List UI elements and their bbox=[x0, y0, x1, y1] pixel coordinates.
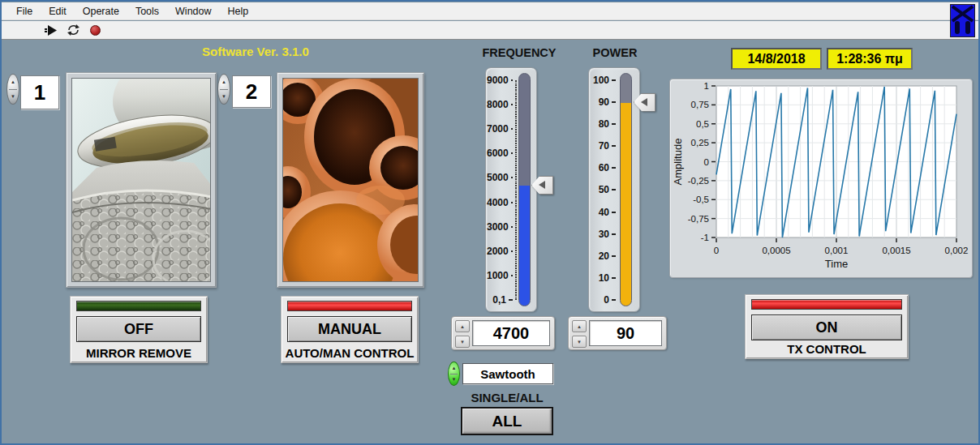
silver-vase-image bbox=[71, 78, 211, 282]
waveform-chart: 10,750,50,250-0,25-0,5-0,75-100,00050,00… bbox=[669, 79, 973, 278]
scale-tick-label: 8000 bbox=[487, 99, 513, 110]
svg-text:0,0015: 0,0015 bbox=[882, 246, 910, 255]
menu-bar: FileEditOperateToolsWindowHelp bbox=[2, 2, 978, 20]
menu-item-tools[interactable]: Tools bbox=[127, 3, 167, 19]
scale-tick-label: 6000 bbox=[487, 148, 513, 159]
svg-text:0,001: 0,001 bbox=[825, 246, 849, 255]
mirror-remove-led bbox=[76, 301, 201, 311]
single-all-label: SINGLE/ALL bbox=[458, 391, 556, 404]
svg-text:0,5: 0,5 bbox=[696, 119, 709, 129]
labview-front-panel: FileEditOperateToolsWindowHelp bbox=[0, 0, 980, 445]
svg-text:0,0005: 0,0005 bbox=[762, 246, 790, 255]
frequency-minor-ticks bbox=[515, 80, 517, 300]
scale-tick-label: 5000 bbox=[487, 172, 513, 183]
mirror2-image-display bbox=[277, 72, 424, 288]
mirror2-value-field[interactable]: 2 bbox=[232, 75, 271, 108]
svg-text:-1: -1 bbox=[701, 233, 709, 242]
frequency-increment-button[interactable]: ▲ bbox=[455, 320, 470, 332]
waveform-spinner[interactable]: ▲▼ bbox=[448, 362, 460, 386]
software-version-label: Software Ver. 3.1.0 bbox=[202, 45, 309, 58]
svg-text:0,002: 0,002 bbox=[945, 246, 969, 255]
mirror1-image-display bbox=[66, 72, 217, 288]
svg-text:-0,5: -0,5 bbox=[693, 195, 709, 204]
scale-tick-label: 1000 bbox=[487, 270, 513, 281]
power-slider-handle[interactable] bbox=[634, 93, 655, 112]
run-continuous-icon[interactable] bbox=[66, 24, 80, 36]
menu-item-help[interactable]: Help bbox=[220, 3, 257, 19]
auto-man-cluster: MANUAL AUTO/MAN CONTROL bbox=[281, 296, 419, 363]
power-scale: 1009080706050403020100 bbox=[590, 75, 616, 306]
frequency-value-field[interactable]: 4700 bbox=[472, 320, 550, 346]
frequency-slider-handle[interactable] bbox=[531, 176, 553, 195]
scale-tick-label: 0,1 bbox=[487, 294, 513, 306]
scale-tick-label: 10 bbox=[590, 272, 616, 284]
abort-icon[interactable] bbox=[88, 24, 102, 36]
svg-text:-0,25: -0,25 bbox=[688, 176, 709, 186]
frequency-numeric-control: ▲ ▼ 4700 bbox=[451, 316, 555, 350]
mirror-remove-label: MIRROR REMOVE bbox=[71, 346, 207, 360]
menu-item-file[interactable]: File bbox=[8, 3, 41, 19]
run-icon[interactable] bbox=[44, 24, 58, 36]
mirror-remove-cluster: OFF MIRROR REMOVE bbox=[70, 296, 208, 363]
svg-text:-0,75: -0,75 bbox=[688, 214, 709, 224]
time-display: 1:28:36 πμ bbox=[827, 48, 913, 70]
scale-tick-label: 50 bbox=[590, 184, 616, 195]
scale-tick-label: 70 bbox=[590, 140, 616, 152]
waveform-select-field[interactable]: Sawtooth bbox=[462, 363, 553, 384]
scale-tick-label: 40 bbox=[590, 207, 616, 218]
scale-tick-label: 4000 bbox=[487, 197, 513, 208]
tx-control-cluster: ON TX CONTROL bbox=[745, 294, 909, 359]
power-increment-button[interactable]: ▲ bbox=[572, 320, 587, 332]
scale-tick-label: 60 bbox=[590, 162, 616, 173]
svg-text:0,75: 0,75 bbox=[691, 100, 709, 109]
power-value-field[interactable]: 90 bbox=[589, 320, 662, 346]
frequency-slider-track[interactable] bbox=[518, 73, 531, 306]
auto-man-button[interactable]: MANUAL bbox=[287, 316, 412, 342]
mirror-remove-button[interactable]: OFF bbox=[76, 316, 201, 342]
frequency-scale: 9000800070006000500040003000200010000,1 bbox=[487, 75, 513, 306]
power-decrement-button[interactable]: ▼ bbox=[572, 336, 587, 348]
mirror1-value-field[interactable]: 1 bbox=[20, 75, 59, 109]
date-display: 14/8/2018 bbox=[731, 48, 822, 70]
scale-tick-label: 80 bbox=[590, 118, 616, 130]
scale-tick-label: 2000 bbox=[487, 246, 513, 257]
scale-tick-label: 20 bbox=[590, 250, 616, 262]
menu-item-operate[interactable]: Operate bbox=[75, 3, 127, 19]
mirror2-spinner[interactable]: ▲▼ bbox=[217, 74, 230, 105]
scale-tick-label: 3000 bbox=[487, 221, 513, 233]
svg-text:0,25: 0,25 bbox=[691, 138, 709, 148]
frequency-label: FREQUENCY bbox=[479, 46, 560, 59]
frequency-decrement-button[interactable]: ▼ bbox=[455, 336, 470, 348]
svg-text:0: 0 bbox=[714, 246, 719, 255]
auto-man-led bbox=[287, 301, 412, 311]
scale-tick-label: 90 bbox=[590, 96, 616, 108]
scale-tick-label: 0 bbox=[590, 294, 616, 306]
power-numeric-control: ▲ ▼ 90 bbox=[568, 316, 667, 350]
svg-text:0: 0 bbox=[704, 157, 709, 167]
menu-item-edit[interactable]: Edit bbox=[41, 3, 75, 19]
tx-control-label: TX CONTROL bbox=[746, 342, 908, 356]
auto-man-label: AUTO/MAN CONTROL bbox=[282, 346, 418, 360]
tx-control-button[interactable]: ON bbox=[751, 314, 902, 340]
copper-pipes-image bbox=[282, 78, 419, 282]
svg-text:Amplitude: Amplitude bbox=[672, 139, 684, 186]
svg-text:1: 1 bbox=[704, 81, 709, 91]
svg-text:Time: Time bbox=[825, 258, 848, 270]
tx-control-led bbox=[751, 299, 902, 310]
scale-tick-label: 100 bbox=[590, 75, 616, 86]
scale-tick-label: 9000 bbox=[487, 75, 513, 86]
power-label: POWER bbox=[588, 46, 642, 59]
toolbar bbox=[2, 21, 978, 40]
scale-tick-label: 30 bbox=[590, 229, 616, 240]
scale-tick-label: 7000 bbox=[487, 123, 513, 135]
power-slider-track[interactable] bbox=[620, 73, 632, 306]
mirror1-spinner[interactable]: ▲▼ bbox=[6, 74, 19, 105]
menu-item-window[interactable]: Window bbox=[167, 3, 219, 19]
vi-icon bbox=[950, 4, 975, 37]
single-all-button[interactable]: ALL bbox=[461, 407, 553, 435]
